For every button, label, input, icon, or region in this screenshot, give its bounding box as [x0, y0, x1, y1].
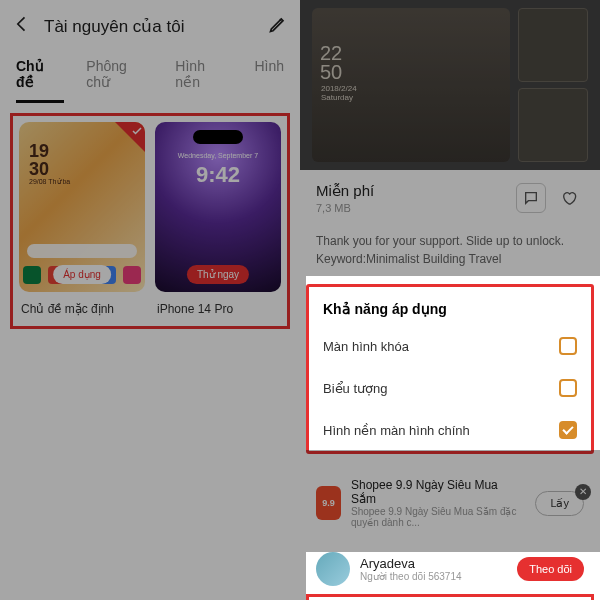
tab-more[interactable]: Hình [254, 58, 284, 103]
search-bar-mock [27, 244, 137, 258]
try-now-button[interactable]: Thử ngay [187, 265, 249, 284]
apply-options-panel: Khả năng áp dụng Màn hình khóa Biểu tượn… [306, 284, 594, 454]
shopee-logo-icon: 9.9 [316, 486, 341, 520]
avatar [316, 552, 350, 586]
checkbox-icon[interactable] [559, 337, 577, 355]
price-label: Miễn phí [316, 182, 374, 200]
comment-icon[interactable] [516, 183, 546, 213]
option-icons[interactable]: Biểu tượng [309, 367, 591, 409]
theme-preview-area: 22 50 2018/2/24 Saturday [300, 0, 600, 170]
page-title: Tài nguyên của tôi [44, 16, 184, 37]
selected-check-icon [115, 122, 145, 152]
theme-label: iPhone 14 Pro [155, 292, 281, 316]
apply-highlight-box: Áp dụng [306, 594, 594, 600]
close-icon[interactable]: ✕ [575, 484, 591, 500]
get-button[interactable]: Lấy ✕ [535, 491, 584, 516]
back-icon[interactable] [12, 14, 32, 38]
favorite-icon[interactable] [554, 183, 584, 213]
edit-icon[interactable] [268, 14, 288, 38]
option-lockscreen[interactable]: Màn hình khóa [309, 325, 591, 367]
option-homescreen[interactable]: Hình nền màn hình chính [309, 409, 591, 451]
checkbox-icon[interactable] [559, 421, 577, 439]
theme-description: Thank you for your support. Slide up to … [300, 226, 600, 284]
theme-card-default[interactable]: 19 3029/08 Thứ ba Áp dụng Chủ đề mặc địn… [19, 122, 145, 316]
theme-label: Chủ đề mặc định [19, 292, 145, 316]
follow-button[interactable]: Theo dõi [517, 557, 584, 581]
size-label: 7,3 MB [316, 202, 374, 214]
themes-highlight-box: 19 3029/08 Thứ ba Áp dụng Chủ đề mặc địn… [10, 113, 290, 329]
theme-card-iphone[interactable]: Wednesday, September 79:42 Thử ngay iPho… [155, 122, 281, 316]
tab-bar: Chủ đề Phông chữ Hình nền Hình [0, 52, 300, 103]
tab-fonts[interactable]: Phông chữ [86, 58, 153, 103]
promo-banner[interactable]: 9.9 Shopee 9.9 Ngày Siêu Mua Sắm Shopee … [300, 468, 600, 538]
tab-wallpapers[interactable]: Hình nền [175, 58, 232, 103]
author-row[interactable]: Aryadeva Người theo dõi 563714 Theo dõi [300, 538, 600, 592]
checkbox-icon[interactable] [559, 379, 577, 397]
panel-title: Khả năng áp dụng [309, 287, 591, 325]
dynamic-island-mock [193, 130, 243, 144]
tab-themes[interactable]: Chủ đề [16, 58, 64, 103]
apply-pill-button[interactable]: Áp dụng [53, 265, 111, 284]
